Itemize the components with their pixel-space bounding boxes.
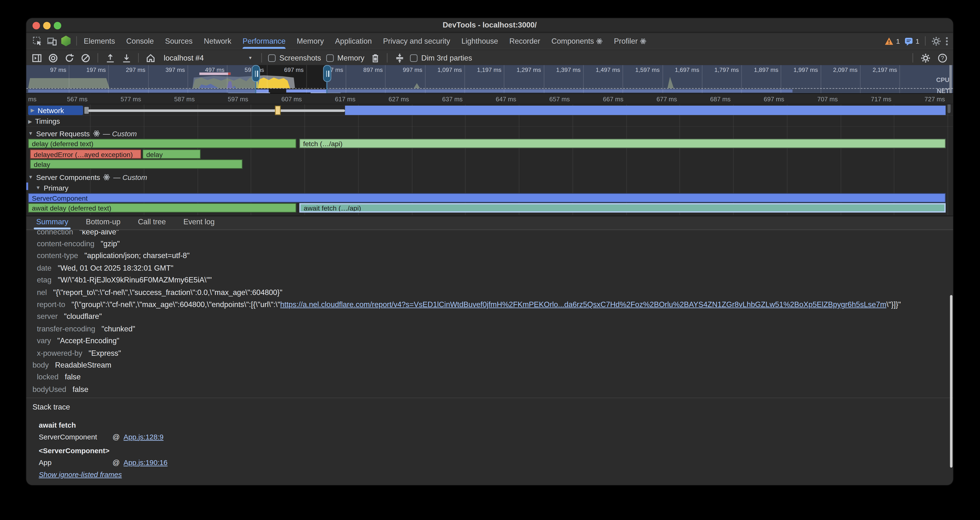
tabbar-left-icons xyxy=(26,36,84,46)
checkbox-box xyxy=(326,54,334,62)
show-ignore-listed-frames-link[interactable]: Show ignore-listed frames xyxy=(39,470,122,478)
network-track-row[interactable]: ▶ Network xyxy=(26,105,953,116)
overview-tick-label: 1,597 ms xyxy=(624,66,660,73)
stack-frame-source-link[interactable]: App.js:128:9 xyxy=(124,433,164,440)
timeline-event-bar[interactable]: await fetch (…/api) xyxy=(299,203,945,213)
garbage-collect-icon[interactable] xyxy=(369,52,381,64)
server-requests-header[interactable]: ▼ Server Requests — Custom xyxy=(26,128,953,139)
save-profile-icon[interactable] xyxy=(121,52,132,64)
network-request-blue-bar[interactable] xyxy=(345,106,946,115)
atom-icon xyxy=(597,38,603,44)
details-tab-bottom-up[interactable]: Bottom-up xyxy=(84,215,122,230)
selection-handle-left[interactable] xyxy=(255,65,256,94)
tab-sources[interactable]: Sources xyxy=(165,33,192,49)
tab-lighthouse[interactable]: Lighthouse xyxy=(461,33,498,49)
tab-profiler[interactable]: Profiler xyxy=(614,33,646,49)
network-request-yellow-bar[interactable] xyxy=(275,106,280,115)
net-lane-label: NET xyxy=(937,87,950,94)
network-track-label-text: Network xyxy=(38,107,64,114)
timings-track-label: Timings xyxy=(35,118,60,125)
node-icon[interactable] xyxy=(61,36,71,46)
tab-components[interactable]: Components xyxy=(552,33,603,49)
chevron-right-icon[interactable]: ▶ xyxy=(30,108,35,113)
load-profile-icon[interactable] xyxy=(104,52,116,64)
overview-tick-label: 97 ms xyxy=(30,66,66,73)
history-select[interactable]: localhost #4 ▼ xyxy=(161,54,255,62)
chevron-down-icon[interactable]: ▼ xyxy=(36,185,41,191)
property-row: content-encoding"gzip" xyxy=(26,238,953,250)
primary-group-label: Primary xyxy=(44,184,68,191)
device-toolbar-icon[interactable] xyxy=(47,36,57,46)
selection-handle-right[interactable] xyxy=(326,65,328,94)
record-and-reload-icon[interactable] xyxy=(64,52,75,64)
help-icon[interactable]: ? xyxy=(937,52,948,64)
report-to-url-link[interactable]: https://a.nel.cloudflare.com/report/v4?s… xyxy=(280,300,886,309)
tab-privacy-and-security[interactable]: Privacy and security xyxy=(383,33,450,49)
tab-recorder[interactable]: Recorder xyxy=(509,33,540,49)
warning-count: 1 xyxy=(896,37,900,45)
selection-handle-left-grip[interactable] xyxy=(251,65,260,82)
overview-scrollbar[interactable] xyxy=(950,65,952,94)
details-tab-event-log[interactable]: Event log xyxy=(182,215,216,230)
timeline-overview[interactable]: 97 ms197 ms297 ms397 ms497 ms597 ms697 m… xyxy=(26,65,953,94)
inspect-element-icon[interactable] xyxy=(33,36,43,46)
tab-elements[interactable]: Elements xyxy=(84,33,115,49)
dim-3rd-parties-label: Dim 3rd parties xyxy=(421,54,472,62)
tab-network[interactable]: Network xyxy=(204,33,231,49)
chevron-right-icon[interactable]: ▶ xyxy=(28,118,32,124)
tab-label: Profiler xyxy=(614,37,638,45)
property-value: "Wed, 01 Oct 2025 18:32:01 GMT" xyxy=(57,264,173,272)
details-tab-summary[interactable]: Summary xyxy=(35,215,70,230)
property-name: bodyUsed xyxy=(33,385,66,394)
stack-frame-row: await fetch xyxy=(39,419,168,431)
ruler-tick-label: 677 ms xyxy=(646,96,677,103)
tab-label: Recorder xyxy=(509,37,540,45)
dim-3rd-parties-checkbox[interactable]: Dim 3rd parties xyxy=(410,54,472,62)
clear-icon[interactable] xyxy=(80,52,91,64)
tab-memory[interactable]: Memory xyxy=(297,33,324,49)
details-tab-call-tree[interactable]: Call tree xyxy=(137,215,167,230)
home-icon[interactable] xyxy=(145,52,156,64)
details-tabbar: SummaryBottom-upCall treeEvent log xyxy=(26,216,953,230)
settings-gear-icon[interactable] xyxy=(931,36,941,46)
timings-track-row[interactable]: ▶ Timings xyxy=(26,116,953,127)
screenshots-checkbox[interactable]: Screenshots xyxy=(268,54,321,62)
primary-group-row[interactable]: ▼ Primary xyxy=(26,183,953,193)
capture-settings-gear-icon[interactable] xyxy=(920,52,931,64)
more-options-kebab-icon[interactable] xyxy=(945,37,948,45)
issues-icon[interactable] xyxy=(904,37,913,45)
network-track-label[interactable]: ▶ Network xyxy=(28,106,83,115)
collapse-tracks-icon[interactable] xyxy=(394,52,405,64)
record-icon[interactable] xyxy=(48,52,59,64)
property-row: etag"W/\"4b1-RjEJloX9kRinu6F0MAZMmy6E5iA… xyxy=(26,274,953,286)
memory-checkbox[interactable]: Memory xyxy=(326,54,364,62)
chevron-down-icon[interactable]: ▼ xyxy=(28,131,33,136)
ruler-tick-label: 597 ms xyxy=(217,96,248,103)
selection-handle-right-grip[interactable] xyxy=(323,65,331,82)
chevron-down-icon[interactable]: ▼ xyxy=(28,174,33,180)
timeline-event-bar[interactable]: delay xyxy=(143,149,200,159)
property-name: report-to xyxy=(37,300,65,309)
network-request-waiting-bar[interactable] xyxy=(88,110,345,112)
timeline-event-bar[interactable]: delay xyxy=(30,159,242,169)
toggle-sidebar-icon[interactable] xyxy=(31,52,43,64)
timeline-event-bar[interactable]: delayedError (…ayed exception) xyxy=(30,149,141,159)
property-row: server"cloudflare" xyxy=(26,310,953,323)
timeline-event-bar[interactable]: await delay (deferred text) xyxy=(28,203,296,213)
property-name: body xyxy=(33,361,49,369)
window-title: DevTools - localhost:3000/ xyxy=(26,21,953,29)
timeline-event-bar[interactable]: delay (deferred text) xyxy=(28,139,296,148)
warning-icon[interactable] xyxy=(884,37,894,45)
divider xyxy=(387,53,388,62)
ruler-tick-label: 717 ms xyxy=(860,96,891,103)
tab-performance[interactable]: Performance xyxy=(243,33,285,49)
tab-application[interactable]: Application xyxy=(335,33,372,49)
server-components-header[interactable]: ▼ Server Components — Custom xyxy=(26,172,953,183)
timeline-event-bar[interactable]: fetch (…/api) xyxy=(299,139,945,148)
summary-scrollbar-thumb[interactable] xyxy=(950,295,953,468)
property-value: false xyxy=(73,385,89,394)
stack-frame-source-link[interactable]: App.js:190:16 xyxy=(124,458,167,466)
timeline-event-bar[interactable]: ServerComponent xyxy=(28,193,946,202)
tab-console[interactable]: Console xyxy=(126,33,154,49)
divider xyxy=(138,53,139,62)
